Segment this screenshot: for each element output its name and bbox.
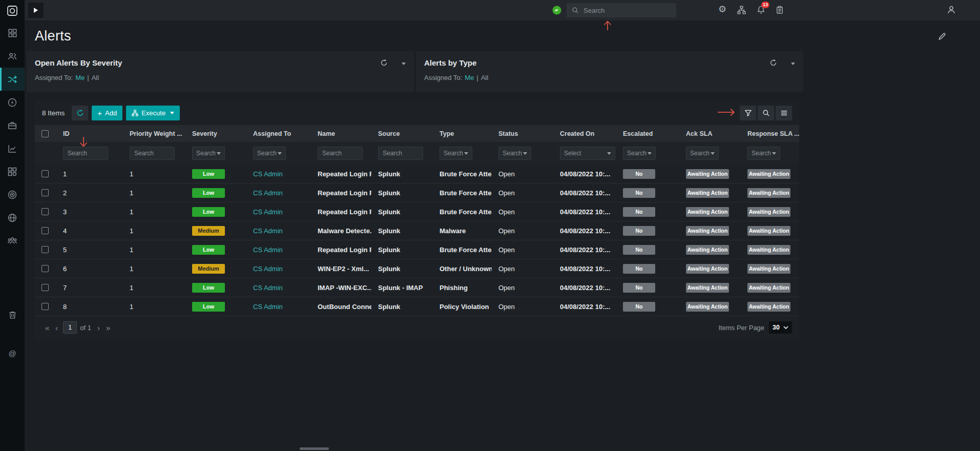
column-header-created_on[interactable]: Created On bbox=[553, 130, 616, 137]
tasks-clipboard-icon[interactable] bbox=[776, 6, 784, 14]
execute-button[interactable]: Execute bbox=[126, 106, 180, 120]
filter-response_sla-select[interactable]: Search bbox=[747, 147, 780, 160]
table-search-button[interactable] bbox=[758, 106, 774, 120]
table-row[interactable]: 21LowCS AdminRepeated Login F...SplunkBr… bbox=[35, 183, 799, 202]
notifications-bell-icon[interactable]: 13 bbox=[757, 5, 765, 14]
row-checkbox[interactable] bbox=[41, 284, 49, 291]
sidebar-item-users[interactable] bbox=[0, 45, 25, 68]
sidebar-item-web[interactable] bbox=[0, 206, 25, 229]
sidebar-item-alerts[interactable] bbox=[0, 68, 25, 91]
row-checkbox[interactable] bbox=[41, 227, 49, 234]
filter-source-input[interactable] bbox=[378, 147, 423, 160]
edit-pencil-icon[interactable] bbox=[938, 32, 947, 40]
chevron-down-icon[interactable] bbox=[402, 58, 406, 67]
table-row[interactable]: 61MediumCS AdminWIN-EP2 - Xml...SplunkOt… bbox=[35, 259, 799, 278]
system-status-icon[interactable] bbox=[552, 5, 562, 15]
filter-assigned_to-select[interactable]: Search bbox=[253, 147, 286, 160]
sidebar-item-dashboard[interactable] bbox=[0, 22, 25, 45]
column-header-response_sla[interactable]: Response SLA ... bbox=[741, 130, 799, 137]
assigned-to-link[interactable]: CS Admin bbox=[253, 208, 283, 216]
sidebar-item-mentions[interactable]: @ bbox=[0, 342, 25, 365]
chevron-down-icon[interactable] bbox=[791, 58, 795, 67]
assigned-to-link[interactable]: CS Admin bbox=[253, 246, 283, 254]
sidebar-item-threat-intel[interactable] bbox=[0, 183, 25, 206]
select-all-checkbox[interactable] bbox=[41, 130, 49, 137]
sidebar-item-modules[interactable] bbox=[0, 160, 25, 183]
assigned-to-link[interactable]: CS Admin bbox=[253, 227, 283, 235]
assigned-to-link[interactable]: CS Admin bbox=[253, 189, 283, 197]
refresh-button[interactable] bbox=[72, 106, 88, 120]
column-header-escalated[interactable]: Escalated bbox=[616, 130, 679, 137]
user-profile-icon[interactable] bbox=[947, 5, 956, 14]
filter-all-link[interactable]: All bbox=[92, 74, 99, 81]
filter-type-select[interactable]: Search bbox=[440, 147, 472, 160]
expand-sidebar-button[interactable] bbox=[28, 3, 44, 18]
cell-status: Open bbox=[498, 265, 515, 273]
horizontal-scrollbar-thumb[interactable] bbox=[300, 447, 329, 450]
add-button[interactable]: + Add bbox=[92, 106, 122, 120]
column-header-type[interactable]: Type bbox=[433, 130, 492, 137]
row-checkbox[interactable] bbox=[41, 189, 49, 196]
column-settings-button[interactable] bbox=[776, 106, 792, 120]
global-search-input[interactable] bbox=[583, 7, 674, 14]
filter-placeholder: Search bbox=[196, 150, 216, 157]
table-row[interactable]: 71LowCS AdminIMAP -WIN-EXC...Splunk - IM… bbox=[35, 278, 799, 297]
filter-button[interactable] bbox=[740, 106, 756, 120]
assigned-to-link[interactable]: CS Admin bbox=[253, 170, 283, 178]
cell-id-container: 8 bbox=[56, 302, 123, 311]
table-row[interactable]: 51LowCS AdminRepeated Login F...SplunkBr… bbox=[35, 240, 799, 259]
table-row[interactable]: 41MediumCS AdminMalware Detecte...Splunk… bbox=[35, 221, 799, 240]
row-checkbox[interactable] bbox=[41, 208, 49, 215]
response-sla-badge: Awaiting Action bbox=[747, 169, 790, 179]
assigned-to-link[interactable]: CS Admin bbox=[253, 265, 283, 273]
row-checkbox[interactable] bbox=[41, 265, 49, 272]
row-checkbox[interactable] bbox=[41, 170, 49, 177]
table-row[interactable]: 81LowCS AdminOutBound Conne...SplunkPoli… bbox=[35, 297, 799, 316]
items-per-page-select[interactable]: 30 bbox=[769, 321, 792, 334]
table-row[interactable]: 31LowCS AdminRepeated Login F...SplunkBr… bbox=[35, 202, 799, 221]
filter-name-input[interactable] bbox=[318, 147, 363, 160]
refresh-icon[interactable] bbox=[769, 59, 777, 67]
cell-id-container: 7 bbox=[56, 283, 123, 292]
row-checkbox[interactable] bbox=[41, 246, 49, 253]
sidebar-item-cases[interactable] bbox=[0, 114, 25, 137]
column-header-source[interactable]: Source bbox=[371, 130, 433, 137]
current-page-input[interactable]: 1 bbox=[63, 321, 77, 334]
sidebar-item-trash[interactable] bbox=[0, 303, 25, 326]
column-header-priority_weight[interactable]: Priority Weight ... bbox=[123, 130, 185, 137]
refresh-icon[interactable] bbox=[380, 59, 388, 67]
sidebar-item-metrics[interactable] bbox=[0, 137, 25, 160]
filter-status-select[interactable]: Search bbox=[498, 147, 531, 160]
sidebar-item-user-groups[interactable] bbox=[0, 229, 25, 252]
column-header-severity[interactable]: Severity bbox=[185, 130, 246, 137]
column-header-status[interactable]: Status bbox=[492, 130, 553, 137]
group-icon bbox=[8, 236, 17, 245]
assigned-to-link[interactable]: CS Admin bbox=[253, 284, 283, 292]
sidebar-item-automation[interactable] bbox=[0, 91, 25, 114]
column-header-name[interactable]: Name bbox=[311, 130, 371, 137]
first-page-button[interactable]: « bbox=[42, 323, 52, 332]
column-header-ack_sla[interactable]: Ack SLA bbox=[679, 130, 741, 137]
filter-severity-select[interactable]: Search bbox=[192, 147, 225, 160]
cell-source: Splunk - IMAP bbox=[378, 284, 423, 292]
filter-id-input[interactable] bbox=[63, 147, 108, 160]
table-row[interactable]: 11LowCS AdminRepeated Login F...SplunkBr… bbox=[35, 165, 799, 183]
filter-created_on-select[interactable]: Select bbox=[560, 147, 615, 160]
sitemap-icon[interactable] bbox=[737, 6, 746, 14]
row-checkbox[interactable] bbox=[41, 303, 49, 310]
filter-escalated-select[interactable]: Search bbox=[623, 147, 656, 160]
filter-all-link[interactable]: All bbox=[481, 74, 488, 81]
column-header-assigned_to[interactable]: Assigned To bbox=[246, 130, 311, 137]
assigned-to-link[interactable]: CS Admin bbox=[253, 303, 283, 311]
filter-me-link[interactable]: Me bbox=[465, 74, 474, 81]
last-page-button[interactable]: » bbox=[103, 323, 113, 332]
column-header-id[interactable]: ID bbox=[56, 130, 123, 137]
settings-gear-icon[interactable]: ⚙ bbox=[718, 5, 726, 14]
global-search[interactable] bbox=[567, 3, 676, 17]
filter-ack_sla-select[interactable]: Search bbox=[686, 147, 719, 160]
prev-page-button[interactable]: ‹ bbox=[52, 323, 61, 332]
next-page-button[interactable]: › bbox=[94, 323, 103, 332]
filter-me-link[interactable]: Me bbox=[75, 74, 85, 81]
filter-priority_weight-input[interactable] bbox=[130, 147, 175, 160]
app-logo-icon[interactable] bbox=[0, 0, 25, 22]
